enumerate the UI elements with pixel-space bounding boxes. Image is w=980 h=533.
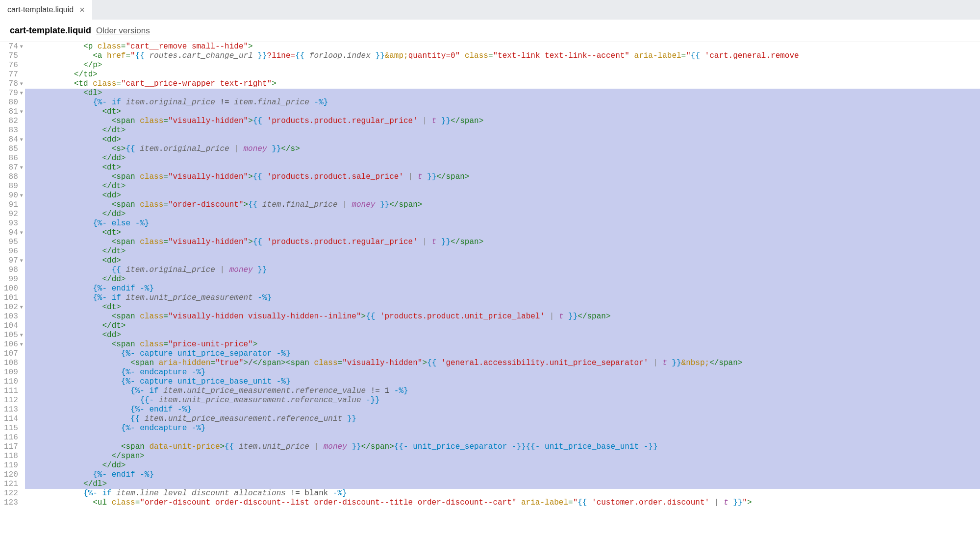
- fold-icon[interactable]: ▼: [19, 79, 23, 89]
- code-line[interactable]: {%- if item.original_price != item.final…: [25, 98, 980, 107]
- fold-icon[interactable]: ▼: [19, 340, 23, 349]
- line-number: 109: [4, 368, 23, 377]
- line-number: 115: [4, 424, 23, 433]
- fold-icon[interactable]: ▼: [19, 163, 23, 172]
- code-line[interactable]: {%- endif -%}: [25, 405, 980, 414]
- line-number: 120: [4, 470, 23, 480]
- code-line[interactable]: <span aria-hidden="true">/</span><span c…: [25, 359, 980, 368]
- code-line[interactable]: {%- if item.unit_price_measurement.refer…: [25, 387, 980, 396]
- line-number: 82: [4, 117, 23, 126]
- code-line[interactable]: <span data-unit-price>{{ item.unit_price…: [25, 442, 980, 452]
- code-line[interactable]: <ul class="order-discount order-discount…: [25, 498, 980, 508]
- code-line[interactable]: </td>: [25, 70, 980, 79]
- fold-icon[interactable]: ▼: [19, 42, 23, 51]
- line-number: 102▼: [4, 303, 23, 312]
- line-number: 87▼: [4, 163, 23, 172]
- line-number: 93: [4, 219, 23, 228]
- line-number: 85: [4, 145, 23, 154]
- code-line[interactable]: </dl>: [25, 480, 980, 489]
- code-line[interactable]: </dd>: [25, 154, 980, 163]
- close-icon[interactable]: ×: [79, 5, 85, 14]
- code-line[interactable]: <span class="visually-hidden visually-hi…: [25, 312, 980, 321]
- line-number: 96: [4, 247, 23, 256]
- tab-cart-template[interactable]: cart-template.liquid ×: [0, 0, 92, 20]
- code-line[interactable]: <dd>: [25, 135, 980, 145]
- code-line[interactable]: {%- endcapture -%}: [25, 424, 980, 433]
- code-area[interactable]: <p class="cart__remove small--hide"> <a …: [25, 42, 980, 529]
- code-line[interactable]: <dt>: [25, 228, 980, 238]
- code-line[interactable]: <dt>: [25, 163, 980, 172]
- code-line[interactable]: {%- if item.line_level_discount_allocati…: [25, 489, 980, 498]
- code-line[interactable]: [25, 433, 980, 442]
- fold-icon[interactable]: ▼: [19, 228, 23, 238]
- code-line[interactable]: {%- endcapture -%}: [25, 368, 980, 377]
- line-number: 105▼: [4, 331, 23, 340]
- line-number: 101: [4, 293, 23, 303]
- code-line[interactable]: <dd>: [25, 191, 980, 200]
- line-number: 75: [4, 51, 23, 61]
- code-line[interactable]: {%- capture unit_price_separator -%}: [25, 349, 980, 359]
- line-number: 90▼: [4, 191, 23, 200]
- fold-icon[interactable]: ▼: [19, 107, 23, 117]
- line-number: 123: [4, 498, 23, 508]
- line-number: 100: [4, 284, 23, 293]
- file-name: cart-template.liquid: [10, 25, 91, 36]
- code-line[interactable]: {%- capture unit_price_base_unit -%}: [25, 377, 980, 387]
- code-line[interactable]: <td class="cart__price-wrapper text-righ…: [25, 79, 980, 89]
- line-number: 91: [4, 200, 23, 210]
- fold-icon[interactable]: ▼: [19, 256, 23, 266]
- older-versions-link[interactable]: Older versions: [96, 26, 150, 36]
- code-line[interactable]: {{ item.unit_price_measurement.reference…: [25, 414, 980, 424]
- line-number: 78▼: [4, 79, 23, 89]
- code-line[interactable]: <span class="order-discount">{{ item.fin…: [25, 200, 980, 210]
- code-line[interactable]: <dt>: [25, 107, 980, 117]
- code-line[interactable]: {%- else -%}: [25, 219, 980, 228]
- code-line[interactable]: <dd>: [25, 331, 980, 340]
- code-line[interactable]: </dt>: [25, 247, 980, 256]
- fold-icon[interactable]: ▼: [19, 191, 23, 200]
- fold-icon[interactable]: ▼: [19, 331, 23, 340]
- code-line[interactable]: <span class="visually-hidden">{{ 'produc…: [25, 117, 980, 126]
- code-line[interactable]: <dl>: [25, 89, 980, 98]
- line-number: 94▼: [4, 228, 23, 238]
- line-number: 88: [4, 172, 23, 182]
- fold-icon[interactable]: ▼: [19, 303, 23, 312]
- code-line[interactable]: <span class="visually-hidden">{{ 'produc…: [25, 172, 980, 182]
- line-number: 112: [4, 396, 23, 405]
- code-line[interactable]: </dt>: [25, 182, 980, 191]
- code-line[interactable]: {{ item.original_price | money }}: [25, 266, 980, 275]
- code-line[interactable]: {%- endif -%}: [25, 284, 980, 293]
- code-line[interactable]: </dd>: [25, 275, 980, 284]
- code-line[interactable]: <span class="price-unit-price">: [25, 340, 980, 349]
- code-line[interactable]: </dd>: [25, 461, 980, 470]
- line-number: 122: [4, 489, 23, 498]
- line-number: 106▼: [4, 340, 23, 349]
- tab-bar: cart-template.liquid ×: [0, 0, 980, 20]
- line-number: 84▼: [4, 135, 23, 145]
- code-line[interactable]: </dd>: [25, 210, 980, 219]
- line-number: 111: [4, 387, 23, 396]
- fold-icon[interactable]: ▼: [19, 135, 23, 145]
- code-line[interactable]: {%- endif -%}: [25, 470, 980, 480]
- line-number: 98: [4, 266, 23, 275]
- code-line[interactable]: <a href="{{ routes.cart_change_url }}?li…: [25, 51, 980, 61]
- code-line[interactable]: <s>{{ item.original_price | money }}</s>: [25, 145, 980, 154]
- line-number: 74▼: [4, 42, 23, 51]
- line-number: 113: [4, 405, 23, 414]
- fold-icon[interactable]: ▼: [19, 89, 23, 98]
- code-line[interactable]: {%- if item.unit_price_measurement -%}: [25, 293, 980, 303]
- code-line[interactable]: <dt>: [25, 303, 980, 312]
- line-number: 116: [4, 433, 23, 442]
- code-line[interactable]: {{- item.unit_price_measurement.referenc…: [25, 396, 980, 405]
- code-line[interactable]: </p>: [25, 61, 980, 70]
- line-number: 89: [4, 182, 23, 191]
- code-line[interactable]: </dt>: [25, 321, 980, 331]
- code-line[interactable]: </span>: [25, 452, 980, 461]
- line-number: 86: [4, 154, 23, 163]
- code-line[interactable]: <dd>: [25, 256, 980, 266]
- code-editor[interactable]: 74▼75767778▼79▼8081▼828384▼858687▼888990…: [0, 42, 980, 529]
- code-line[interactable]: <span class="visually-hidden">{{ 'produc…: [25, 238, 980, 247]
- line-number: 77: [4, 70, 23, 79]
- code-line[interactable]: </dt>: [25, 126, 980, 135]
- code-line[interactable]: <p class="cart__remove small--hide">: [25, 42, 980, 51]
